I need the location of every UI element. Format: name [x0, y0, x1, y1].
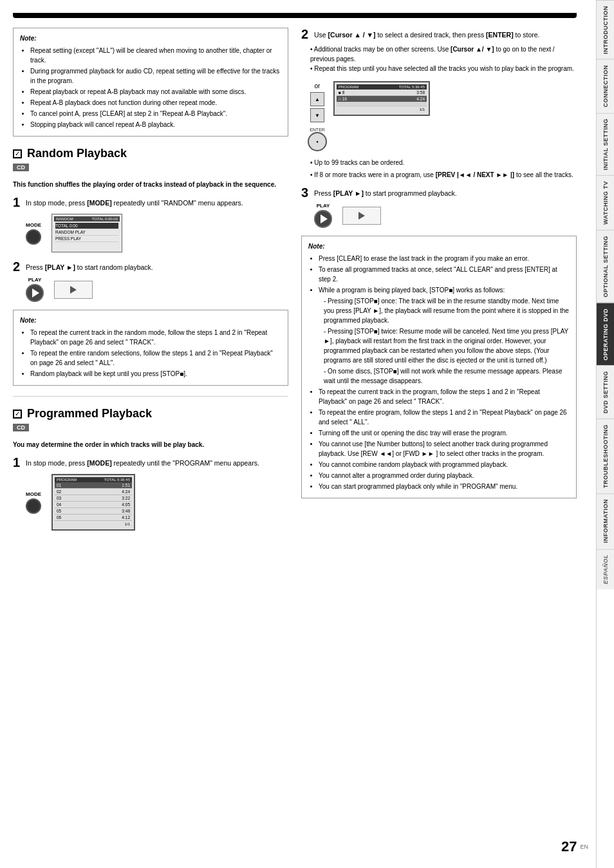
programmed-heading: Programmed Playback [27, 407, 152, 420]
right-note-item-4: - Pressing [STOP■] twice: Resume mode wi… [319, 326, 570, 365]
prog-screen1-row1: 011:51 [55, 482, 132, 489]
top-note-item-2: During programmed playback for audio CD,… [30, 66, 281, 86]
left-column: Note: Repeat setting (except "ALL") will… [13, 28, 288, 538]
cursor-down-btn: ▼ [310, 108, 324, 122]
random-note-item-1: To repeat the current track in the rando… [30, 328, 281, 347]
right-note-item-8: Turning off the unit or opening the disc… [319, 428, 570, 438]
cursor-up-btn: ▲ [310, 92, 324, 106]
programmed-mode-label: MODE [26, 491, 41, 497]
enter-label: ENTER [310, 127, 325, 132]
right-note-item-3: - Pressing [STOP■] once: The track will … [319, 296, 570, 325]
right-step2-sub2: • Repeat this step until you have select… [301, 64, 577, 73]
right-note-item-11: You cannot alter a programmed order duri… [319, 471, 570, 480]
programmed-section-heading: ✓ Programmed Playback [13, 407, 288, 420]
tab-initial-setting[interactable]: INITIAL SETTING [597, 113, 614, 175]
random-note-item-2: To repeat the entire random selections, … [30, 348, 281, 368]
random-step2-device: PLAY [26, 277, 288, 302]
tab-introduction[interactable]: INTRODUCTION [597, 0, 614, 59]
right-step-3: 3 Press [PLAY ►] to start programmed pla… [301, 186, 577, 228]
programmed-step1-device: MODE PROGRAM TOTAL 5:36:45 011:51 [26, 474, 288, 531]
prog-screen2-footer: 1/1 [337, 106, 427, 113]
prog-screen1-row5: 053:48 [55, 508, 132, 514]
random-screen-total: TOTAL 0:00:00 [92, 217, 118, 221]
random-step1-header: 1 In stop mode, press [MODE] repeatedly … [13, 196, 288, 209]
top-note-box: Note: Repeat setting (except "ALL") will… [13, 28, 288, 137]
right-note-item-2: While a program is being played back, [S… [319, 285, 570, 295]
tab-information[interactable]: INFORMATION [597, 493, 614, 548]
top-note-item-1: Repeat setting (except "ALL") will be cl… [30, 46, 281, 65]
tab-watching-tv[interactable]: WATCHING TV [597, 175, 614, 230]
right-note-item-9: You cannot use [the Number buttons] to s… [319, 439, 570, 458]
tab-dvd-setting[interactable]: DVD SETTING [597, 365, 614, 419]
right-step-2: 2 Use [Cursor ▲ / ▼] to select a desired… [301, 28, 577, 73]
programmed-mode-button: MODE [26, 491, 41, 514]
random-step2-num: 2 [13, 260, 23, 273]
programmed-screen1: PROGRAM TOTAL 5:36:45 011:51 024:24 033:… [51, 474, 135, 531]
right-step3-device: PLAY [314, 203, 577, 228]
prog-play-arrow [358, 212, 365, 220]
right-note-item-10: You cannot combine random playback with … [319, 460, 570, 469]
programmed-checkbox-icon: ✓ [13, 410, 22, 419]
page-en: EN [580, 844, 588, 850]
programmed-step1-header: 1 In stop mode, press [MODE] repeatedly … [13, 456, 288, 469]
random-step1-device: MODE RANDOM TOTAL 0:00:00 TOTAL 0:00 [26, 214, 288, 252]
programmed-step-1: 1 In stop mode, press [MODE] repeatedly … [13, 456, 288, 531]
prog-play-circle [314, 210, 332, 228]
random-screen-content: TOTAL 0:00 RANDOM PLAY PRESS PLAY [54, 222, 120, 243]
prog-screen1-row3: 033:22 [55, 495, 132, 502]
right-step2-note1: • Up to 99 tracks can be ordered. [301, 158, 577, 167]
tab-connection[interactable]: CONNECTION [597, 59, 614, 113]
programmed-mode-round-btn [26, 498, 41, 514]
random-play-right-box [54, 281, 93, 299]
tab-troubleshooting[interactable]: TROUBLESHOOTING [597, 419, 614, 493]
programmed-description: You may determine the order in which tra… [13, 440, 288, 449]
right-note-item-7: To repeat the entire program, follow the… [319, 408, 570, 427]
prog-screen1-row6: 064:12 [55, 514, 132, 521]
random-heading: Random Playback [27, 147, 127, 160]
random-step-1: 1 In stop mode, press [MODE] repeatedly … [13, 196, 288, 252]
right-note-item-12: You can start programmed playback only w… [319, 482, 570, 491]
random-screen-title: RANDOM [56, 217, 73, 221]
random-screen: RANDOM TOTAL 0:00:00 TOTAL 0:00 RANDOM P… [51, 214, 122, 252]
random-play-arrow [70, 286, 77, 294]
tab-espanol[interactable]: ESPAÑOL [597, 549, 614, 589]
right-note-item-1: To erase all programmed tracks at once, … [319, 265, 570, 284]
random-description: This function shuffles the playing order… [13, 180, 288, 189]
mode-round-btn [26, 229, 41, 245]
or-text: or [315, 82, 321, 90]
programmed-step1-text: In stop mode, press [MODE] repeatedly un… [26, 456, 259, 468]
tab-operating-dvd[interactable]: OPERATING DVD [597, 303, 614, 366]
random-step-2: 2 Press [PLAY ►] to start random playbac… [13, 260, 288, 302]
prog-screen2-row2: □ 164:24 [337, 96, 427, 102]
prog-play-label: PLAY [317, 203, 330, 209]
top-note-item-4: Repeat A-B playback does not function du… [30, 98, 281, 108]
random-note-item-3: Random playback will be kept until you p… [30, 369, 281, 379]
section-divider [13, 396, 288, 397]
mode-label: MODE [26, 222, 41, 228]
right-note-item-5: - On some discs, [STOP■] will not work w… [319, 366, 570, 386]
random-step1-text: In stop mode, press [MODE] repeatedly un… [26, 196, 243, 208]
main-content: Note: Repeat setting (except "ALL") will… [0, 0, 596, 868]
tab-optional-setting[interactable]: OPTIONAL SETTING [597, 230, 614, 303]
random-screen-row3: PRESS PLAY [55, 236, 118, 242]
prog-screen1-header: PROGRAM TOTAL 5:36:45 [55, 477, 132, 482]
random-play-button: PLAY [26, 277, 44, 302]
top-note-title: Note: [20, 33, 281, 43]
random-note-title: Note: [20, 316, 281, 325]
random-screen-row2: RANDOM PLAY [55, 229, 118, 236]
prog-screen1-row4: 044:05 [55, 502, 132, 508]
page-number-area: 27 EN [561, 838, 588, 855]
random-cd-badge: CD [13, 164, 29, 171]
random-step2-header: 2 Press [PLAY ►] to start random playbac… [13, 260, 288, 273]
right-step3-header: 3 Press [PLAY ►] to start programmed pla… [301, 186, 577, 199]
random-step1-num: 1 [13, 196, 23, 209]
cursor-illustration: or ▲ ▼ ENTER ● PROGRAM [308, 81, 577, 151]
right-step2-note2: • If 8 or more tracks were in a program,… [301, 170, 577, 180]
right-note-box: Note: Press [CLEAR] to erase the last tr… [301, 236, 577, 498]
right-step2-sub1: • Additional tracks may be on other scre… [301, 44, 577, 64]
right-step3-text: Press [PLAY ►] to start programmed playb… [314, 186, 457, 198]
prog-play-button: PLAY [314, 203, 332, 228]
top-note-item-3: Repeat playback or repeat A-B playback m… [30, 87, 281, 97]
prog-screen2-row1: ■ 83:58 [337, 90, 427, 96]
top-note-item-5: To cancel point A, press [CLEAR] at step… [30, 109, 281, 118]
